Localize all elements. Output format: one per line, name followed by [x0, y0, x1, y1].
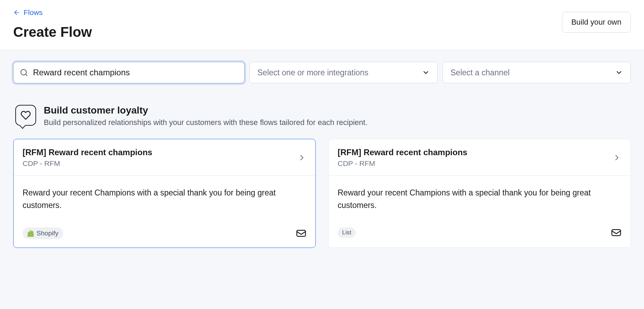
flow-card-description: Reward your recent Champions with a spec… — [338, 187, 621, 211]
chevron-right-icon — [297, 153, 306, 162]
svg-line-2 — [26, 74, 27, 76]
channel-dropdown-label: Select a channel — [451, 68, 510, 77]
flow-card-description: Reward your recent Champions with a spec… — [23, 187, 306, 211]
heart-icon — [20, 110, 31, 120]
chevron-down-icon — [422, 69, 430, 76]
section-text: Build customer loyalty Build personalize… — [44, 105, 368, 127]
integrations-dropdown[interactable]: Select one or more integrations — [249, 62, 438, 83]
cards-row: [RFM] Reward recent champions CDP - RFM … — [13, 139, 631, 248]
breadcrumb-label: Flows — [24, 8, 43, 17]
content-area: Select one or more integrations Select a… — [0, 50, 644, 309]
flow-card-header-text: [RFM] Reward recent champions CDP - RFM — [338, 148, 467, 168]
build-your-own-button[interactable]: Build your own — [562, 12, 631, 33]
arrow-left-icon — [13, 9, 20, 16]
shopify-tag: Shopify — [23, 227, 63, 239]
chevron-down-icon — [615, 69, 623, 76]
search-wrapper[interactable] — [13, 62, 245, 83]
chevron-right-icon — [612, 153, 621, 162]
flow-card-subtitle: CDP - RFM — [338, 159, 467, 168]
tag-label: Shopify — [36, 229, 58, 237]
page-header: Flows Create Flow Build your own — [0, 0, 644, 50]
flow-card[interactable]: [RFM] Reward recent champions CDP - RFM … — [328, 139, 631, 248]
flow-card[interactable]: [RFM] Reward recent champions CDP - RFM … — [13, 139, 316, 248]
flow-card-footer: Shopify — [23, 227, 306, 239]
mail-icon — [296, 228, 306, 239]
page-title: Create Flow — [13, 24, 92, 40]
header-left: Flows Create Flow — [13, 8, 92, 40]
search-icon — [20, 68, 28, 77]
loyalty-chat-icon — [15, 105, 36, 126]
breadcrumb-flows[interactable]: Flows — [13, 8, 92, 17]
integrations-dropdown-label: Select one or more integrations — [257, 68, 369, 77]
flow-card-subtitle: CDP - RFM — [23, 159, 152, 168]
flow-card-body: Reward your recent Champions with a spec… — [14, 176, 315, 248]
mail-icon — [611, 227, 621, 238]
flow-card-header: [RFM] Reward recent champions CDP - RFM — [329, 139, 630, 176]
flow-card-header: [RFM] Reward recent champions CDP - RFM — [14, 139, 315, 176]
tag-label: List — [342, 229, 351, 236]
list-tag: List — [338, 227, 356, 238]
svg-rect-3 — [297, 231, 306, 237]
flow-card-body: Reward your recent Champions with a spec… — [329, 176, 630, 248]
flow-card-header-text: [RFM] Reward recent champions CDP - RFM — [23, 148, 152, 168]
section-header: Build customer loyalty Build personalize… — [13, 105, 631, 127]
channel-dropdown[interactable]: Select a channel — [443, 62, 631, 83]
section-title: Build customer loyalty — [44, 105, 368, 116]
section-subtitle: Build personalized relationships with yo… — [44, 118, 368, 127]
search-input[interactable] — [28, 68, 238, 77]
svg-rect-4 — [612, 230, 621, 236]
flow-card-title: [RFM] Reward recent champions — [338, 148, 467, 157]
filters-row: Select one or more integrations Select a… — [13, 62, 631, 83]
flow-card-title: [RFM] Reward recent champions — [23, 148, 152, 157]
shopify-icon — [27, 230, 34, 237]
flow-card-footer: List — [338, 227, 621, 238]
